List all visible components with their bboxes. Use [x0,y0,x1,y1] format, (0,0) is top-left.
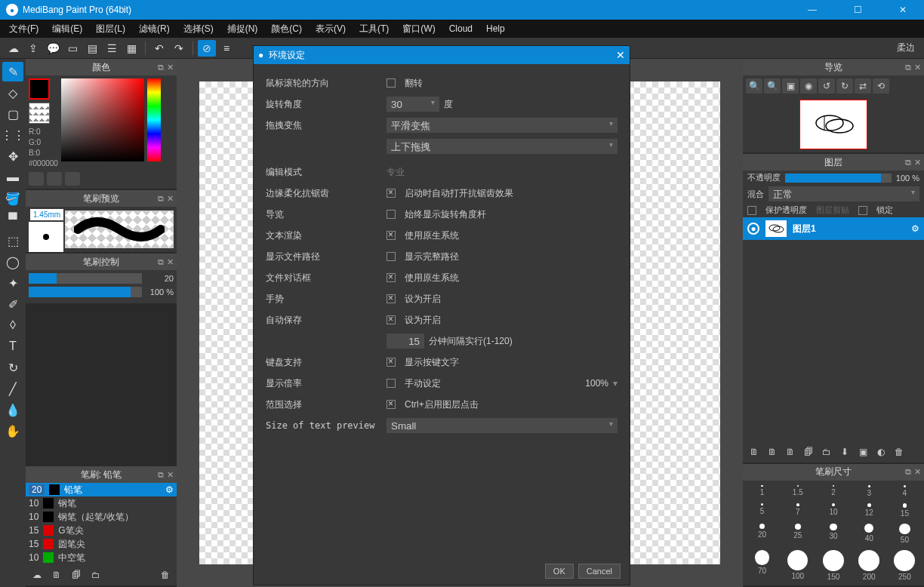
close-button[interactable]: ✕ [888,5,918,15]
rotate-l-icon[interactable]: ↺ [818,78,835,94]
eraser-tool[interactable]: ◇ [2,83,23,103]
share-icon[interactable]: ⇪ [24,40,42,57]
snap-off-button[interactable]: ⊘ [198,40,216,57]
undo-button[interactable]: ↶ [150,40,168,57]
brush-size-cell[interactable]: 20 [747,524,777,545]
brush-opacity-slider[interactable] [29,287,142,297]
merge-icon[interactable]: ⬇ [836,444,853,459]
dialog-close-button[interactable]: ✕ [616,49,625,61]
new-layer-icon[interactable]: 🗎 [746,444,762,459]
popout-icon[interactable]: ⧉ [158,63,164,72]
bucket-tool[interactable]: 🪣 [2,189,23,208]
gear-icon[interactable]: ⚙ [165,484,174,495]
select-erase-tool[interactable]: ◊ [2,315,23,335]
text-render-check[interactable] [387,231,396,240]
hand-tool[interactable]: ✋ [2,421,23,441]
brush-size-cell[interactable]: 12 [855,503,884,518]
snap-parallel-button[interactable]: ≡ [217,40,236,57]
layer-item[interactable]: ● 图层1 ⚙ [743,217,924,240]
mask-icon[interactable]: ◐ [873,444,889,459]
text-preview-select[interactable]: Small [387,418,618,433]
popout-icon[interactable]: ⧉ [905,63,911,72]
brush-item[interactable]: 10中空笔 [26,551,177,564]
brush-item[interactable]: 15G笔尖 [26,524,177,537]
close-icon[interactable]: ✕ [167,63,174,72]
brush-size-cell[interactable]: 10 [818,503,848,518]
brush-size-cell[interactable]: 5 [747,503,777,518]
divide-tool[interactable]: ╱ [2,379,23,398]
dot-tool[interactable]: ⋮⋮ [2,125,23,145]
brush-size-slider[interactable] [29,273,142,284]
brush-size-cell[interactable]: 2 [818,485,848,497]
brush-size-cell[interactable]: 70 [747,550,777,581]
list-icon[interactable]: ☰ [103,40,121,57]
close-icon[interactable]: ✕ [914,158,921,167]
ok-button[interactable]: OK [545,564,574,579]
add-brush-cloud-icon[interactable]: ☁ [29,567,45,582]
dup-brush-icon[interactable]: 🗐 [68,567,85,582]
menu-window[interactable]: 窗口(W) [396,21,441,37]
file-path-check[interactable] [387,252,396,261]
kb-check[interactable] [387,358,396,367]
grid-icon[interactable]: ▦ [122,40,140,57]
maximize-button[interactable]: ☐ [842,5,873,15]
close-icon[interactable]: ✕ [914,467,921,477]
menu-file[interactable]: 文件(F) [3,21,45,37]
popout-icon[interactable]: ⧉ [158,470,164,480]
popout-icon[interactable]: ⧉ [905,467,911,477]
minimize-button[interactable]: — [797,5,827,15]
blend-select[interactable]: 正常 [768,186,919,201]
brush-size-cell[interactable]: 100 [783,550,812,581]
close-icon[interactable]: ✕ [167,194,174,204]
gear-icon[interactable]: ⚙ [911,223,919,234]
dup-layer-icon[interactable]: 🗐 [800,444,817,459]
menu-snap[interactable]: 捕捉(N) [221,21,264,37]
menu-help[interactable]: Help [480,22,511,35]
protect-alpha-check[interactable] [747,206,756,215]
menu-edit[interactable]: 编辑(E) [46,21,88,37]
folder-icon[interactable]: 🗀 [818,444,835,459]
redo-button[interactable]: ↷ [170,40,188,57]
sv-picker[interactable] [61,78,144,161]
autosave-check[interactable] [387,315,396,324]
nav-check[interactable] [387,210,396,219]
zoom-in-icon[interactable]: 🔍 [746,78,762,94]
aa-check[interactable] [387,189,396,198]
wand-tool[interactable]: ✦ [2,273,23,293]
menu-select[interactable]: 选择(S) [177,21,220,37]
gradient-mode-icon[interactable] [65,172,80,186]
fit-icon[interactable]: ▣ [782,78,799,94]
operation-tool[interactable]: ↻ [2,358,23,377]
brush-size-cell[interactable]: 4 [890,485,919,497]
menu-filter[interactable]: 滤镜(R) [133,21,176,37]
text-tool[interactable]: T [2,337,23,356]
shape-tool[interactable]: ▢ [2,104,23,124]
wheel-flip-check[interactable] [387,78,396,88]
note-icon[interactable]: ▭ [63,40,82,57]
cancel-button[interactable]: Cancel [578,564,621,579]
brush-item[interactable]: 10钢笔（起笔/收笔） [26,510,177,524]
eyedropper-tool[interactable]: 💧 [2,400,23,420]
autosave-interval-input[interactable] [387,333,424,349]
menu-color[interactable]: 颜色(C) [265,21,308,37]
menu-cloud[interactable]: Cloud [443,22,479,35]
rotate-r-icon[interactable]: ↻ [836,78,853,94]
brush-tool[interactable]: ✎ [2,62,23,81]
delete-layer-icon[interactable]: 🗑 [891,444,907,459]
range-sel-check[interactable] [387,400,396,409]
menu-layer[interactable]: 图层(L) [90,21,131,37]
brush-size-cell[interactable]: 40 [855,524,884,545]
new-layer3-icon[interactable]: 🗎 [782,444,799,459]
palette-mode-icon[interactable] [29,172,44,186]
menu-view[interactable]: 表示(V) [310,21,352,37]
close-icon[interactable]: ✕ [167,257,174,267]
file-dlg-check[interactable] [387,273,396,282]
brush-size-cell[interactable]: 25 [783,524,812,545]
brush-size-cell[interactable]: 50 [890,524,919,545]
gradient-tool[interactable]: ▀ [2,210,23,229]
fg-swatch[interactable] [29,78,50,100]
brush-group-icon[interactable]: 🗀 [88,567,104,582]
delete-brush-icon[interactable]: 🗑 [157,567,174,582]
brush-size-cell[interactable]: 30 [818,524,848,545]
gesture-check[interactable] [387,294,396,303]
